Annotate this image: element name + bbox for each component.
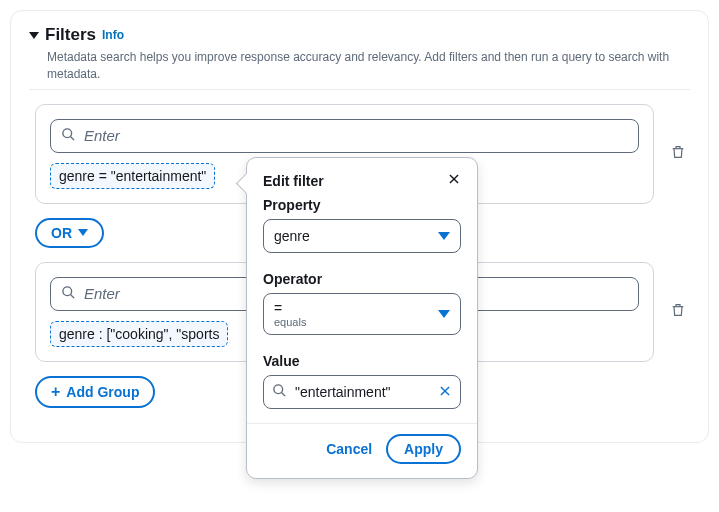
operator-select[interactable]: = equals bbox=[263, 293, 461, 335]
svg-line-7 bbox=[282, 393, 285, 396]
filter-chip[interactable]: genre : ["cooking", "sports bbox=[50, 321, 228, 347]
svg-line-1 bbox=[71, 136, 74, 139]
search-icon bbox=[61, 285, 76, 303]
popover-footer: Cancel Apply bbox=[247, 423, 477, 478]
chevron-down-icon bbox=[78, 229, 88, 236]
property-value: genre bbox=[274, 228, 310, 244]
value-label: Value bbox=[263, 353, 461, 369]
value-text: "entertainment" bbox=[295, 384, 430, 400]
svg-line-3 bbox=[71, 294, 74, 297]
operator-sublabel: equals bbox=[274, 316, 306, 328]
plus-icon: + bbox=[51, 383, 60, 401]
svg-point-6 bbox=[274, 385, 283, 394]
operator-label: Operator bbox=[263, 271, 461, 287]
filters-description: Metadata search helps you improve respon… bbox=[47, 49, 690, 83]
chevron-down-icon bbox=[438, 232, 450, 240]
group-connector-dropdown[interactable]: OR bbox=[35, 218, 104, 248]
connector-label: OR bbox=[51, 225, 72, 241]
close-button[interactable] bbox=[447, 172, 461, 189]
add-group-label: Add Group bbox=[66, 384, 139, 400]
filters-title: Filters bbox=[45, 25, 96, 45]
close-icon bbox=[447, 172, 461, 186]
clear-value-button[interactable] bbox=[438, 384, 452, 401]
search-placeholder: Enter bbox=[84, 285, 120, 302]
close-icon bbox=[438, 384, 452, 398]
search-placeholder: Enter bbox=[84, 127, 120, 144]
apply-button[interactable]: Apply bbox=[386, 434, 461, 464]
svg-point-2 bbox=[63, 286, 72, 295]
chevron-down-icon bbox=[438, 310, 450, 318]
property-select[interactable]: genre bbox=[263, 219, 461, 253]
cancel-button[interactable]: Cancel bbox=[326, 441, 372, 457]
operator-value: = bbox=[274, 300, 306, 316]
add-group-button[interactable]: + Add Group bbox=[35, 376, 155, 408]
search-icon bbox=[272, 383, 287, 401]
trash-icon bbox=[670, 301, 686, 319]
popover-title: Edit filter bbox=[263, 173, 324, 189]
divider bbox=[29, 89, 690, 90]
property-label: Property bbox=[263, 197, 461, 213]
filter-search-input[interactable]: Enter bbox=[50, 119, 639, 153]
value-input[interactable]: "entertainment" bbox=[263, 375, 461, 409]
delete-group-button[interactable] bbox=[666, 139, 690, 168]
edit-filter-popover: Edit filter Property genre Operator = eq… bbox=[246, 157, 478, 479]
svg-point-0 bbox=[63, 128, 72, 137]
info-link[interactable]: Info bbox=[102, 28, 124, 42]
filters-header: Filters Info bbox=[29, 25, 690, 45]
filter-chip[interactable]: genre = "entertainment" bbox=[50, 163, 215, 189]
search-icon bbox=[61, 127, 76, 145]
collapse-caret-icon[interactable] bbox=[29, 32, 39, 39]
delete-group-button[interactable] bbox=[666, 297, 690, 326]
trash-icon bbox=[670, 143, 686, 161]
